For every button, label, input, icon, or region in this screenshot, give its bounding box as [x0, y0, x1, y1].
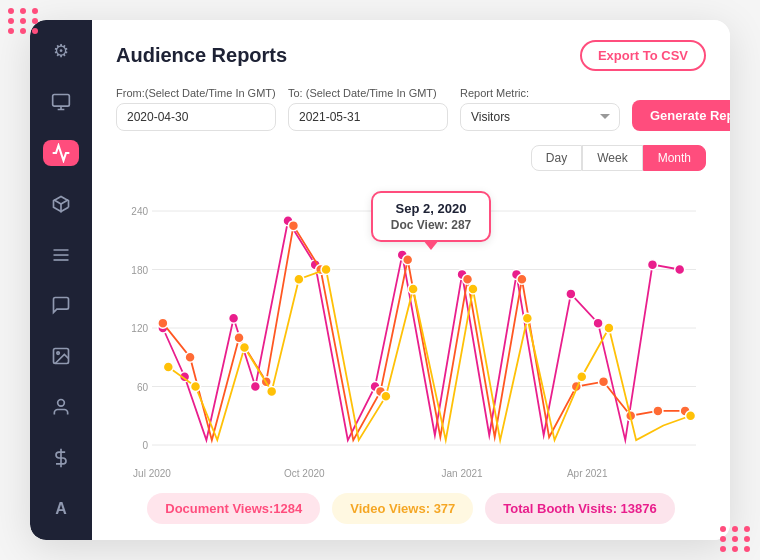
- export-button[interactable]: Export To CSV: [580, 40, 706, 71]
- settings-icon[interactable]: ⚙: [43, 38, 79, 65]
- cube-icon[interactable]: [43, 190, 79, 217]
- booth-visits-badge: Total Booth Visits: 13876: [485, 493, 674, 524]
- header-row: Audience Reports Export To CSV: [116, 40, 706, 71]
- from-label: From:(Select Date/Time In GMT): [116, 87, 276, 99]
- line-chart: [116, 181, 706, 481]
- svg-point-8: [57, 352, 60, 355]
- stats-row: Document Views:1284 Video Views: 377 Tot…: [116, 493, 706, 524]
- layers-icon[interactable]: [43, 241, 79, 268]
- from-input[interactable]: [116, 103, 276, 131]
- chart-area: Sep 2, 2020 Doc View: 287: [116, 181, 706, 481]
- metric-select[interactable]: Visitors: [460, 103, 620, 131]
- text-icon[interactable]: A: [43, 495, 79, 522]
- main-panel: Audience Reports Export To CSV From:(Sel…: [92, 20, 730, 540]
- to-filter-group: To: (Select Date/Time In GMT): [288, 87, 448, 131]
- chart-icon[interactable]: [43, 140, 79, 167]
- view-toggle: Day Week Month: [116, 145, 706, 171]
- photo-icon[interactable]: [43, 343, 79, 370]
- month-toggle[interactable]: Month: [643, 145, 706, 171]
- sidebar: ⚙ A: [30, 20, 92, 540]
- generate-button[interactable]: Generate Report: [632, 100, 730, 131]
- svg-rect-0: [53, 95, 70, 107]
- day-toggle[interactable]: Day: [531, 145, 582, 171]
- doc-views-badge: Document Views:1284: [147, 493, 320, 524]
- svg-point-9: [58, 399, 65, 406]
- video-views-badge: Video Views: 377: [332, 493, 473, 524]
- monitor-icon[interactable]: [43, 89, 79, 116]
- dollar-icon[interactable]: [43, 444, 79, 471]
- user-icon[interactable]: [43, 394, 79, 421]
- chat-icon[interactable]: [43, 292, 79, 319]
- metric-filter-group: Report Metric: Visitors: [460, 87, 620, 131]
- page-title: Audience Reports: [116, 44, 287, 67]
- filters-row: From:(Select Date/Time In GMT) To: (Sele…: [116, 87, 706, 131]
- to-input[interactable]: [288, 103, 448, 131]
- metric-label: Report Metric:: [460, 87, 620, 99]
- to-label: To: (Select Date/Time In GMT): [288, 87, 448, 99]
- week-toggle[interactable]: Week: [582, 145, 642, 171]
- from-filter-group: From:(Select Date/Time In GMT): [116, 87, 276, 131]
